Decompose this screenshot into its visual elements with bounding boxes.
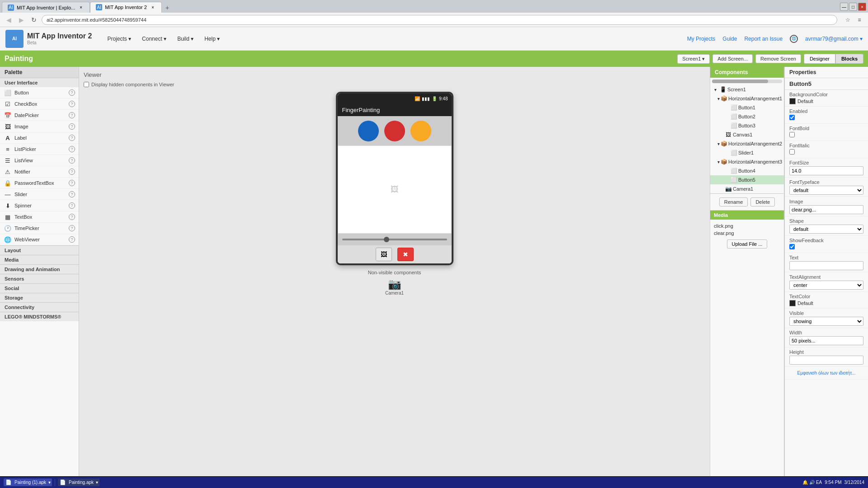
- tree-item-h1[interactable]: ▾ 📦 HorizontalArrangement1: [710, 94, 784, 103]
- tree-item-button1[interactable]: ⬜ Button1: [710, 103, 784, 112]
- tree-item-h2[interactable]: ▾ 📦 HorizontalArrangement2: [710, 139, 784, 148]
- clear-button[interactable]: ✖: [397, 248, 414, 261]
- tree-item-button4[interactable]: ⬜ Button4: [710, 166, 784, 175]
- guide-link[interactable]: Guide: [722, 36, 737, 42]
- palette-item-notifier[interactable]: ⚠ Notifier ?: [0, 166, 79, 178]
- palette-section-ui[interactable]: User Interface: [0, 78, 79, 87]
- forward-button[interactable]: ▶: [16, 15, 26, 25]
- new-tab-button[interactable]: +: [162, 3, 173, 13]
- settings-icon[interactable]: ≡: [854, 15, 864, 25]
- taskbar-file1-dropdown[interactable]: ▾: [47, 480, 52, 485]
- tree-item-slider1[interactable]: ⬜ Slider1: [710, 148, 784, 157]
- tree-item-button2[interactable]: ⬜ Button2: [710, 112, 784, 121]
- components-scroll-container[interactable]: [710, 78, 784, 85]
- button-info[interactable]: ?: [69, 89, 75, 96]
- h3-toggle[interactable]: ▾: [717, 159, 720, 165]
- tab-appinventor[interactable]: AI MIT App Inventor 2 ×: [90, 2, 162, 13]
- nav-build[interactable]: Build ▾: [173, 34, 198, 44]
- remove-screen-button[interactable]: Remove Screen: [755, 54, 801, 63]
- camera1-toggle[interactable]: [717, 186, 724, 192]
- slider-bar[interactable]: [342, 239, 447, 240]
- palette-section-layout[interactable]: Layout: [0, 245, 79, 255]
- palette-item-image[interactable]: 🖼 Image ?: [0, 121, 79, 132]
- report-issue-link[interactable]: Report an Issue: [744, 36, 783, 42]
- my-projects-link[interactable]: My Projects: [687, 36, 716, 42]
- button4-toggle[interactable]: [723, 168, 729, 174]
- nav-connect[interactable]: Connect ▾: [137, 34, 171, 44]
- enabled-checkbox[interactable]: [789, 115, 795, 120]
- add-screen-button[interactable]: Add Screen...: [712, 54, 753, 63]
- notifier-info[interactable]: ?: [69, 169, 75, 175]
- color-circle-red[interactable]: [384, 121, 405, 141]
- screen-selector[interactable]: Screen1 ▾: [677, 54, 710, 64]
- tab-close-1[interactable]: ×: [78, 5, 84, 11]
- delete-button[interactable]: Delete: [750, 197, 775, 206]
- color-circle-blue[interactable]: [358, 121, 379, 141]
- palette-section-media[interactable]: Media: [0, 255, 79, 264]
- palette-item-datepicker[interactable]: 📅 DatePicker ?: [0, 110, 79, 121]
- showfeedback-checkbox[interactable]: [789, 244, 795, 249]
- text-input[interactable]: [789, 261, 863, 270]
- slider-info[interactable]: ?: [69, 191, 75, 197]
- palette-item-button[interactable]: ⬜ Button ?: [0, 87, 79, 99]
- image-info[interactable]: ?: [69, 123, 75, 130]
- button1-toggle[interactable]: [723, 104, 729, 111]
- webviewer-info[interactable]: ?: [69, 236, 75, 243]
- tree-item-camera1[interactable]: 📷 Camera1: [710, 184, 784, 193]
- tree-item-canvas1[interactable]: 🖼 Canvas1: [710, 130, 784, 139]
- tab-close-2[interactable]: ×: [150, 4, 156, 10]
- show-hidden-checkbox[interactable]: [84, 82, 89, 87]
- button3-toggle[interactable]: [723, 122, 729, 129]
- scroll-thumb[interactable]: [712, 80, 768, 83]
- h2-toggle[interactable]: ▾: [717, 141, 720, 147]
- media-file-click[interactable]: click.png: [714, 222, 780, 230]
- palette-item-label[interactable]: A Label ?: [0, 132, 79, 144]
- palette-section-connectivity[interactable]: Connectivity: [0, 302, 79, 312]
- rename-button[interactable]: Rename: [719, 197, 748, 206]
- tree-item-h3[interactable]: ▾ 📦 HorizontalArrangement3: [710, 157, 784, 166]
- tree-item-button3[interactable]: ⬜ Button3: [710, 121, 784, 130]
- checkbox-info[interactable]: ?: [69, 101, 75, 107]
- visible-select[interactable]: showing: [789, 317, 863, 326]
- datepicker-info[interactable]: ?: [69, 112, 75, 118]
- nav-projects[interactable]: Projects ▾: [103, 34, 136, 44]
- listpicker-info[interactable]: ?: [69, 146, 75, 152]
- fonttypeface-select[interactable]: default: [789, 186, 863, 195]
- taskbar-file2-dropdown[interactable]: ▾: [94, 480, 99, 485]
- palette-section-sensors[interactable]: Sensors: [0, 274, 79, 283]
- passwordtextbox-info[interactable]: ?: [69, 180, 75, 186]
- listview-info[interactable]: ?: [69, 157, 75, 164]
- height-input[interactable]: [789, 356, 863, 365]
- palette-item-passwordtextbox[interactable]: 🔒 PasswordTextBox ?: [0, 178, 79, 189]
- designer-button[interactable]: Designer: [804, 54, 835, 64]
- screen1-toggle[interactable]: ▾: [712, 86, 718, 93]
- fontbold-checkbox[interactable]: [789, 132, 795, 137]
- minimize-button[interactable]: —: [840, 3, 848, 11]
- spinner-info[interactable]: ?: [69, 202, 75, 209]
- button2-toggle[interactable]: [723, 113, 729, 120]
- blocks-button[interactable]: Blocks: [835, 54, 863, 64]
- palette-section-social[interactable]: Social: [0, 283, 79, 293]
- tree-item-screen1[interactable]: ▾ 📱 Screen1: [710, 85, 784, 94]
- refresh-button[interactable]: ↻: [29, 15, 39, 25]
- upload-file-button[interactable]: Upload File ...: [727, 239, 768, 249]
- palette-item-checkbox[interactable]: ☑ CheckBox ?: [0, 99, 79, 110]
- close-button[interactable]: ×: [858, 3, 866, 11]
- fontitalic-checkbox[interactable]: [789, 149, 795, 155]
- button5-toggle[interactable]: [723, 177, 729, 183]
- canvas1-toggle[interactable]: [717, 131, 724, 138]
- slider1-toggle[interactable]: [723, 150, 729, 156]
- palette-item-webviewer[interactable]: 🌐 WebViewer ?: [0, 234, 79, 245]
- taskbar-file2[interactable]: 📄 Painting.apk ▾: [58, 479, 99, 486]
- scroll-indicator[interactable]: [712, 80, 782, 83]
- palette-item-listpicker[interactable]: ≡ ListPicker ?: [0, 144, 79, 155]
- bookmark-icon[interactable]: ☆: [843, 15, 853, 25]
- back-button[interactable]: ◀: [4, 15, 14, 25]
- color-circle-yellow[interactable]: [410, 121, 431, 141]
- width-input[interactable]: [789, 336, 863, 345]
- fontsize-input[interactable]: [789, 166, 863, 175]
- prop-more-link[interactable]: Εμφανισh όλων των ιδιοτήτ...: [785, 367, 868, 380]
- nav-help[interactable]: Help ▾: [200, 34, 224, 44]
- image-button[interactable]: 🖼: [376, 248, 392, 261]
- textalignment-select[interactable]: center: [789, 281, 863, 290]
